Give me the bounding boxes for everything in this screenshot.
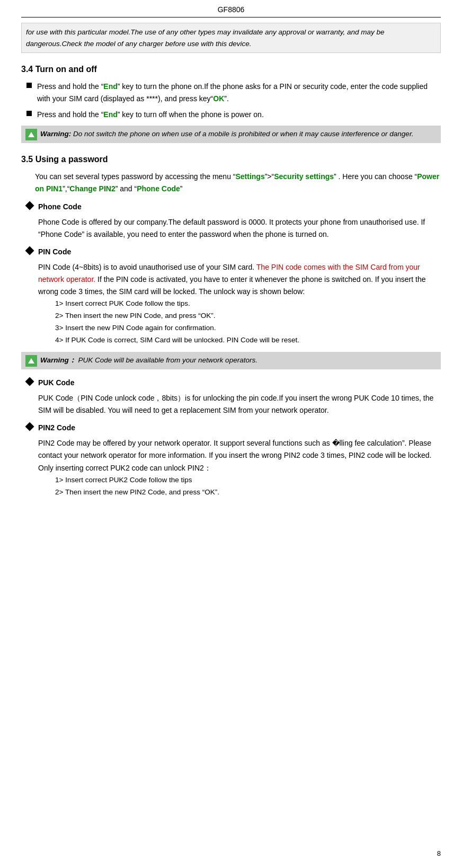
end-key-2: End bbox=[103, 110, 117, 119]
pin2-step-2: 2> Then insert the new PIN2 Code, and pr… bbox=[55, 486, 441, 499]
pin-code-list: PIN Code bbox=[21, 246, 441, 258]
warning-icon-1 bbox=[25, 129, 37, 140]
turn-on-bullet-1: Press and hold the “End” key to turn the… bbox=[26, 81, 441, 104]
pin2-steps: 1> Insert correct PUK2 Code follow the t… bbox=[38, 474, 441, 499]
page: GF8806 for use with this particular mode… bbox=[0, 0, 462, 868]
diamond-bullet-4 bbox=[25, 422, 34, 431]
puk-code-list: PUK Code bbox=[21, 377, 441, 389]
puk-code-body: PUK Code（PIN Code unlock code，8bits）is f… bbox=[21, 392, 441, 417]
section-password-title: 3.5 Using a password bbox=[21, 155, 441, 164]
puk-code-item: PUK Code bbox=[26, 377, 441, 389]
section-turn-on: 3.4 Turn on and off Press and hold the “… bbox=[21, 65, 441, 143]
section-password: 3.5 Using a password You can set several… bbox=[21, 155, 441, 498]
pin-step-3: 3> Insert the new PIN Code again for con… bbox=[55, 322, 441, 334]
puk-code-label: PUK Code bbox=[38, 377, 74, 389]
warning-bold-1: Warning: bbox=[40, 130, 71, 138]
end-key-1: End bbox=[103, 82, 117, 91]
pin2-step-1: 1> Insert correct PUK2 Code follow the t… bbox=[55, 474, 441, 486]
turn-on-bullet-2-text: Press and hold the “End” key to turn off… bbox=[37, 109, 264, 120]
pin-step-2: 2> Then insert the new PIN Code, and pre… bbox=[55, 310, 441, 322]
bullet-square-icon bbox=[26, 83, 32, 88]
pin2-code-list: PIN2 Code bbox=[21, 422, 441, 434]
settings-link: Settings bbox=[235, 172, 264, 181]
pin2-code-body: PIN2 Code may be offered by your network… bbox=[21, 437, 441, 498]
warning-text-1: Warning: Do not switch the phone on when… bbox=[40, 128, 414, 140]
warning-block-1: Warning: Do not switch the phone on when… bbox=[21, 126, 441, 143]
pin-steps: 1> Insert correct PUK Code follow the ti… bbox=[38, 298, 441, 347]
pin-step-1: 1> Insert correct PUK Code follow the ti… bbox=[55, 298, 441, 310]
password-intro: You can set several types password by ac… bbox=[21, 171, 441, 195]
ok-key: OK bbox=[213, 94, 224, 103]
section-turn-on-title: 3.4 Turn on and off bbox=[21, 65, 441, 74]
security-settings-link: Security settings bbox=[274, 172, 334, 181]
phone-code-item: Phone Code bbox=[26, 201, 441, 213]
pin-code-body: PIN Code (4~8bits) is to avoid unauthori… bbox=[21, 261, 441, 347]
phone-code-link: Phone Code bbox=[137, 184, 180, 193]
pin2-code-label: PIN2 Code bbox=[38, 422, 75, 434]
diamond-bullet-3 bbox=[25, 377, 34, 386]
page-number: 8 bbox=[437, 849, 441, 857]
turn-on-bullet-1-text: Press and hold the “End” key to turn the… bbox=[37, 81, 441, 104]
change-pin2-link: Change PIN2 bbox=[69, 184, 115, 193]
pin-code-label: PIN Code bbox=[38, 246, 71, 258]
warning-text-2: Warning： PUK Code will be available from… bbox=[40, 355, 257, 366]
intro-warning-block: for use with this particular model.The u… bbox=[21, 23, 441, 53]
warning-bold-2: Warning： bbox=[40, 356, 76, 364]
warning-block-2: Warning： PUK Code will be available from… bbox=[21, 352, 441, 369]
turn-on-bullet-2: Press and hold the “End” key to turn off… bbox=[26, 109, 441, 120]
pin-highlight: The PIN code comes with the SIM Card fro… bbox=[38, 263, 420, 284]
pin-code-item: PIN Code bbox=[26, 246, 441, 258]
diamond-bullet-1 bbox=[25, 201, 34, 210]
intro-warning-text: for use with this particular model.The u… bbox=[26, 28, 385, 48]
phone-code-label: Phone Code bbox=[38, 201, 82, 213]
page-title: GF8806 bbox=[218, 5, 245, 14]
bullet-square-icon-2 bbox=[26, 111, 32, 116]
phone-code-body: Phone Code is offered by our company.The… bbox=[21, 216, 441, 241]
pin2-code-item: PIN2 Code bbox=[26, 422, 441, 434]
pin-step-4: 4> If PUK Code is correct, SIM Card will… bbox=[55, 334, 441, 347]
warning-icon-2 bbox=[25, 355, 37, 367]
diamond-bullet-2 bbox=[25, 246, 34, 255]
page-header: GF8806 bbox=[21, 5, 441, 17]
turn-on-bullet-list: Press and hold the “End” key to turn the… bbox=[21, 81, 441, 120]
password-items-list: Phone Code bbox=[21, 201, 441, 213]
